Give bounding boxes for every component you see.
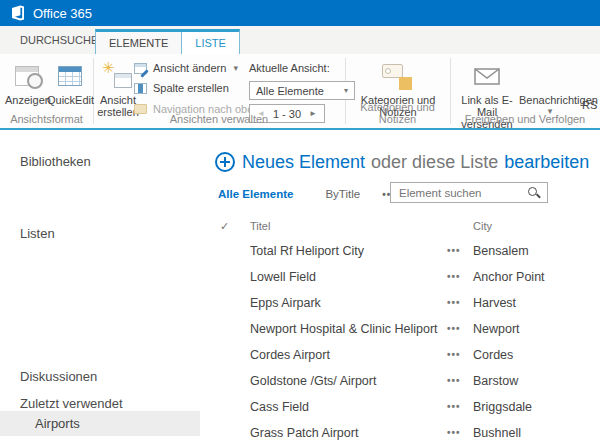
table-row[interactable]: Goldstone /Gts/ Airport ••• Barstow xyxy=(215,368,600,394)
column-header-city[interactable]: City xyxy=(473,220,492,232)
row-city: Anchor Point xyxy=(473,264,545,290)
create-view-icon: ✳ xyxy=(104,64,132,88)
sidebar-item-airports[interactable]: Airports xyxy=(0,411,200,436)
row-menu-ellipsis[interactable]: ••• xyxy=(447,368,461,394)
group-label-kategorien: Kategorien und Notizen xyxy=(345,101,450,125)
plus-circle-icon[interactable] xyxy=(215,152,235,172)
table-row[interactable]: Newport Hospital & Clinic Heliport ••• N… xyxy=(215,316,600,342)
table-row[interactable]: Total Rf Heliport City ••• Bensalem xyxy=(215,238,600,264)
view-alle-elemente[interactable]: Alle Elemente xyxy=(218,188,293,200)
search-box xyxy=(390,182,548,203)
current-view-label: Aktuelle Ansicht: xyxy=(249,62,330,74)
tag-icon xyxy=(382,62,414,90)
row-city: Bensalem xyxy=(473,238,529,264)
chevron-down-icon: ▾ xyxy=(233,63,238,73)
group-label-freigeben: Freigeben und Verfolgen xyxy=(450,113,600,125)
new-item-link[interactable]: Neues Element xyxy=(242,152,365,173)
search-input[interactable] xyxy=(391,187,527,199)
ribbon: Anzeigen QuickEdit Ansichtsformat ✳ Ansi… xyxy=(0,54,600,130)
suite-bar: Office 365 xyxy=(0,0,600,26)
row-menu-ellipsis[interactable]: ••• xyxy=(447,238,461,264)
row-title[interactable]: Cass Field xyxy=(250,394,309,420)
table-header: ✓ Titel City xyxy=(215,218,600,238)
sidebar-item-bibliotheken[interactable]: Bibliotheken xyxy=(20,154,91,169)
office-logo-icon xyxy=(10,5,26,21)
row-city: Briggsdale xyxy=(473,394,532,420)
alert-me-button[interactable]: Benachrichtigen ▾ xyxy=(519,58,581,116)
tab-liste[interactable]: LISTE xyxy=(182,32,239,54)
tab-durchsuchen[interactable]: DURCHSUCHEN xyxy=(20,34,106,46)
row-menu-ellipsis[interactable]: ••• xyxy=(447,316,461,342)
row-title[interactable]: Total Rf Heliport City xyxy=(250,238,364,264)
row-city: Bushnell xyxy=(473,420,521,442)
row-city: Harvest xyxy=(473,290,516,316)
quickedit-button[interactable]: QuickEdit xyxy=(47,58,93,106)
sharepoint-list-page: Office 365 DURCHSUCHEN ELEMENTE LISTE An… xyxy=(0,0,600,442)
row-city: Cordes xyxy=(473,342,513,368)
modify-view-button[interactable]: Ansicht ändern ▾ xyxy=(134,62,238,74)
create-view-button[interactable]: ✳ Ansicht erstellen xyxy=(97,58,139,118)
ribbon-tab-row: DURCHSUCHEN ELEMENTE LISTE xyxy=(0,26,600,54)
current-view-dropdown[interactable]: Alle Elemente ▾ xyxy=(249,81,355,100)
group-label-ansichtsformat: Ansichtsformat xyxy=(0,113,93,125)
row-city: Newport xyxy=(473,316,520,342)
create-column-icon xyxy=(134,83,147,94)
table-row[interactable]: Epps Airpark ••• Harvest xyxy=(215,290,600,316)
sidebar-item-zuletzt-verwendet[interactable]: Zuletzt verwendet xyxy=(20,396,123,411)
new-item-bar: Neues Element oder diese Liste bearbeite… xyxy=(215,150,589,174)
row-menu-ellipsis[interactable]: ••• xyxy=(447,420,461,442)
envelope-icon xyxy=(474,68,500,85)
view-table-icon xyxy=(15,66,39,86)
sidebar-item-diskussionen[interactable]: Diskussionen xyxy=(20,369,97,384)
view-bytitle[interactable]: ByTitle xyxy=(325,188,360,200)
row-menu-ellipsis[interactable]: ••• xyxy=(447,342,461,368)
row-menu-ellipsis[interactable]: ••• xyxy=(447,394,461,420)
rss-button-partial[interactable]: RS xyxy=(582,99,597,111)
view-selector-row: Alle Elemente ByTitle ••• xyxy=(218,186,396,202)
create-column-button[interactable]: Spalte erstellen xyxy=(134,82,229,94)
row-title[interactable]: Epps Airpark xyxy=(250,290,321,316)
quickedit-grid-icon xyxy=(58,66,82,86)
row-title[interactable]: Newport Hospital & Clinic Heliport xyxy=(250,316,438,342)
table-row[interactable]: Cordes Airport ••• Cordes xyxy=(215,342,600,368)
bell-icon xyxy=(541,65,559,87)
row-menu-ellipsis[interactable]: ••• xyxy=(447,264,461,290)
row-title[interactable]: Lowell Field xyxy=(250,264,316,290)
table-row[interactable]: Lowell Field ••• Anchor Point xyxy=(215,264,600,290)
table-row[interactable]: Grass Patch Airport ••• Bushnell xyxy=(215,420,600,442)
row-title[interactable]: Cordes Airport xyxy=(250,342,330,368)
table-body: Total Rf Heliport City ••• Bensalem Lowe… xyxy=(215,238,600,442)
modify-view-icon xyxy=(134,63,147,74)
anzeigen-button[interactable]: Anzeigen xyxy=(5,58,48,106)
row-title[interactable]: Goldstone /Gts/ Airport xyxy=(250,368,376,394)
group-label-ansichten-verwalten: Ansichten verwalten xyxy=(93,113,345,125)
row-menu-ellipsis[interactable]: ••• xyxy=(447,290,461,316)
column-header-titel[interactable]: Titel xyxy=(250,220,270,232)
sidebar-item-listen[interactable]: Listen xyxy=(20,226,55,241)
new-item-middle-text: oder diese Liste xyxy=(371,152,498,173)
row-title[interactable]: Grass Patch Airport xyxy=(250,420,358,442)
search-icon[interactable] xyxy=(527,186,541,200)
contextual-tab-group: ELEMENTE LISTE xyxy=(95,29,240,57)
select-all-check-icon[interactable]: ✓ xyxy=(220,220,229,233)
table-row[interactable]: Cass Field ••• Briggsdale xyxy=(215,394,600,420)
edit-list-link[interactable]: bearbeiten xyxy=(504,152,589,173)
tab-elemente[interactable]: ELEMENTE xyxy=(96,32,182,54)
chevron-down-icon: ▾ xyxy=(344,86,348,95)
row-city: Barstow xyxy=(473,368,518,394)
brand-title: Office 365 xyxy=(33,6,92,21)
